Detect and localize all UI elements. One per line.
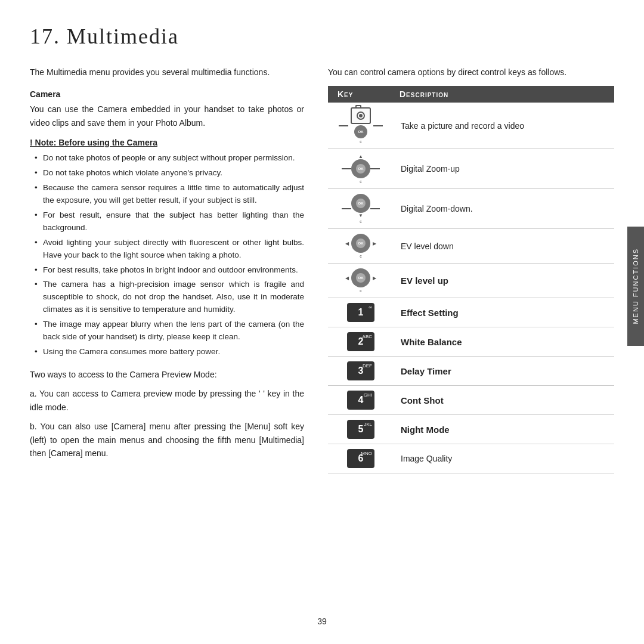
- nav-ok-btn: OK: [351, 268, 370, 287]
- table-row: 6 MNO Image Quality: [328, 444, 614, 473]
- desc-column-header: Description: [394, 86, 614, 103]
- num-key-6: 6 MNO: [347, 449, 374, 468]
- key-cell-4: 4 GHI: [328, 386, 394, 415]
- table-row: 1 ∞ Effect Setting: [328, 298, 614, 327]
- key-superscript: DEF: [363, 363, 372, 369]
- nav-ok-btn: OK: [351, 159, 370, 178]
- key-table: Key Description: [328, 86, 614, 473]
- table-row: 2 ABC White Balance: [328, 327, 614, 357]
- desc-cell-night: Night Mode: [394, 415, 614, 444]
- list-item: The camera has a high-precision image se…: [30, 278, 304, 316]
- list-item: For best results, take photos in bright …: [30, 264, 304, 277]
- camera-key-icon: OK c: [332, 107, 390, 144]
- desc-cell-ev-down: EV level down: [394, 229, 614, 264]
- num-key-3: 3 DEF: [347, 361, 374, 380]
- list-item: Avoid lighting your subject directly wit…: [30, 237, 304, 262]
- right-column: You can control camera options by direct…: [328, 66, 614, 607]
- nav-ok-btn: OK: [351, 234, 370, 253]
- left-column: The Multimedia menu provides you several…: [30, 66, 304, 607]
- right-intro-text: You can control camera options by direct…: [328, 66, 614, 79]
- table-row: ◀ OK ▶ c: [328, 264, 614, 298]
- ok-text: OK: [358, 242, 364, 245]
- key-superscript: ABC: [363, 334, 372, 339]
- camera-lens: [357, 112, 365, 120]
- key-superscript: MNO: [361, 451, 372, 456]
- num-key-1: 1 ∞: [347, 303, 374, 322]
- camera-lens-inner: [359, 114, 363, 117]
- key-cell-1: 1 ∞: [328, 298, 394, 327]
- table-row: 5 JKL Night Mode: [328, 415, 614, 444]
- key-cell-nav-down: OK ▼ c: [328, 189, 394, 229]
- access-b: b. You can also use [Camera] menu after …: [30, 420, 304, 460]
- table-header-row: Key Description: [328, 86, 614, 103]
- bullet-list: Do not take photos of people or any subj…: [30, 152, 304, 358]
- nav-circle-inner: OK: [356, 199, 366, 208]
- c-label: c: [360, 289, 362, 293]
- nav-down-key: OK ▼ c: [332, 194, 390, 224]
- c-label: c: [360, 140, 362, 144]
- num-key-4: 4 GHI: [347, 391, 374, 410]
- table-row: OK ▼ c Digital Zoom-down.: [328, 189, 614, 229]
- key-cell-nav-right: ◀ OK ▶ c: [328, 264, 394, 298]
- desc-cell-ev-up: EV level up: [394, 264, 614, 298]
- c-label: c: [360, 254, 362, 258]
- key-cell-nav-up: ▲ OK c: [328, 149, 394, 189]
- key-cell-camera: OK c: [328, 103, 394, 149]
- key-cell-5: 5 JKL: [328, 415, 394, 444]
- camera-icon: [351, 107, 371, 124]
- ok-button: OK: [354, 125, 367, 138]
- desc-cell-wb: White Balance: [394, 327, 614, 357]
- table-row: ◀ OK ▶ c: [328, 229, 614, 264]
- nav-circle-inner: OK: [356, 239, 366, 248]
- page-number: 39: [30, 613, 614, 626]
- table-row: 3 DEF Delay Timer: [328, 357, 614, 386]
- desc-cell-cont: Cont Shot: [394, 386, 614, 415]
- desc-cell-zoom-down: Digital Zoom-down.: [394, 189, 614, 229]
- key-superscript: ∞: [369, 305, 372, 310]
- nav-up-key: ▲ OK c: [332, 154, 390, 184]
- key-cell-6: 6 MNO: [328, 444, 394, 473]
- desc-cell-camera: Take a picture and record a video: [394, 103, 614, 149]
- access-a: a. You can access to Camera preview mode…: [30, 387, 304, 414]
- dash-left: [342, 208, 351, 209]
- key-column-header: Key: [328, 86, 394, 103]
- ok-text: OK: [358, 167, 364, 171]
- key-cell-2: 2 ABC: [328, 327, 394, 357]
- table-row: ▲ OK c: [328, 149, 614, 189]
- side-tab-text: Menu Functions: [632, 248, 639, 324]
- dash-right: [373, 125, 383, 126]
- list-item: The image may appear blurry when the len…: [30, 318, 304, 343]
- ok-text: OK: [358, 202, 364, 205]
- nav-right-key: ◀ OK ▶ c: [332, 268, 390, 293]
- dash-right: [370, 208, 380, 209]
- desc-cell-effect: Effect Setting: [394, 298, 614, 327]
- nav-left-key: ◀ OK ▶ c: [332, 234, 390, 258]
- camera-top: [355, 105, 361, 108]
- dash-right: [370, 168, 380, 169]
- side-tab: Menu Functions: [627, 227, 644, 346]
- list-item: Using the Camera consumes more battery p…: [30, 346, 304, 358]
- key-superscript: GHI: [364, 392, 372, 398]
- intro-text: The Multimedia menu provides you several…: [30, 66, 304, 79]
- list-item: For best result, ensure that the subject…: [30, 209, 304, 234]
- num-key-2: 2 ABC: [347, 332, 374, 351]
- note-header: ! Note: Before using the Camera: [30, 138, 304, 147]
- nav-circle-inner: OK: [356, 164, 366, 174]
- list-item: Because the camera sensor requires a lit…: [30, 182, 304, 207]
- key-cell-3: 3 DEF: [328, 357, 394, 386]
- table-row: 4 GHI Cont Shot: [328, 386, 614, 415]
- dash-left: [339, 125, 348, 126]
- dash-left: [342, 168, 351, 169]
- table-row: OK c Take a picture and record a video: [328, 103, 614, 149]
- key-superscript: JKL: [364, 422, 372, 427]
- key-cell-nav-left: ◀ OK ▶ c: [328, 229, 394, 264]
- num-key-5: 5 JKL: [347, 420, 374, 439]
- c-label: c: [360, 219, 362, 224]
- desc-cell-quality: Image Quality: [394, 444, 614, 473]
- desc-cell-delay: Delay Timer: [394, 357, 614, 386]
- camera-section-label: Camera: [30, 89, 304, 99]
- page: 17. Multimedia The Multimedia menu provi…: [0, 0, 644, 644]
- list-item: Do not take photos which violate anyone'…: [30, 167, 304, 179]
- camera-intro-text: You can use the Camera embedded in your …: [30, 103, 304, 129]
- nav-circle-inner: OK: [356, 273, 366, 283]
